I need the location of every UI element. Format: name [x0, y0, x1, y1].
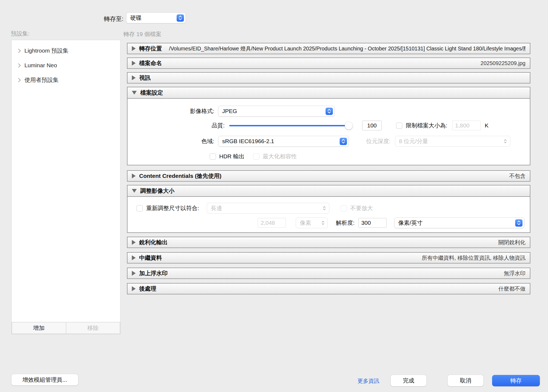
section-title: 轉存位置 — [139, 45, 162, 52]
section-value: 關閉銳利化 — [498, 239, 525, 246]
section-title: 檔案命名 — [139, 59, 162, 67]
disclosure-triangle-icon[interactable] — [132, 271, 136, 276]
quality-slider[interactable] — [229, 121, 353, 130]
section-file-naming[interactable]: 檔案命名 202509225209.jpg — [127, 57, 530, 69]
section-title: 視訊 — [139, 74, 151, 82]
color-space-value: sRGB IEC61966-2.1 — [222, 138, 340, 144]
chevron-up-icon — [321, 221, 324, 223]
section-file-settings: 檔案設定 影像格式: JPEG 品質: 限制檔案大小為: K — [127, 87, 530, 165]
chevron-right-icon[interactable] — [17, 49, 21, 53]
quality-value-input[interactable] — [362, 121, 382, 130]
chevron-up-icon — [323, 206, 326, 208]
bit-depth-label: 位元深度: — [366, 137, 391, 145]
disclosure-triangle-icon[interactable] — [132, 286, 136, 291]
limit-file-size-input — [452, 121, 481, 130]
chevron-down-icon — [342, 142, 345, 144]
export-location-path: /Volumes/EID_Share/Harlowe 燈具/New Produc… — [169, 45, 525, 52]
chevron-right-icon[interactable] — [17, 78, 21, 82]
section-video[interactable]: 視訊 — [127, 72, 530, 83]
disclosure-triangle-icon[interactable] — [132, 189, 137, 193]
resize-to-fit-checkbox[interactable] — [136, 205, 143, 211]
chevron-up-icon — [517, 220, 521, 223]
preset-item-label: 使用者預設集 — [24, 76, 59, 84]
add-preset-button[interactable]: 增加 — [12, 322, 66, 334]
preset-item-label: Luminar Neo — [24, 62, 57, 69]
dont-enlarge-label: 不要放大 — [350, 204, 373, 212]
disclosure-triangle-icon[interactable] — [132, 255, 136, 260]
preset-item-user-presets[interactable]: 使用者預設集 — [12, 73, 120, 87]
section-image-sizing-header[interactable]: 調整影像大小 — [128, 185, 530, 197]
export-destination-select[interactable]: 硬碟 — [126, 12, 186, 23]
stepper-icon — [321, 221, 325, 225]
section-title: 檔案設定 — [140, 89, 163, 97]
section-value: 什麼都不做 — [498, 285, 525, 293]
chevron-down-icon — [504, 142, 507, 143]
chevron-up-icon — [327, 109, 331, 111]
section-watermarking[interactable]: 加上浮水印 無浮水印 — [127, 268, 530, 279]
slider-thumb[interactable] — [345, 122, 353, 130]
stepper-icon — [504, 139, 507, 143]
maximize-compatibility-checkbox — [253, 153, 259, 160]
section-title: 調整影像大小 — [140, 187, 174, 195]
chevron-right-icon[interactable] — [17, 63, 21, 68]
disclosure-triangle-icon[interactable] — [132, 91, 137, 95]
preset-item-lightroom[interactable]: Lightroom 預設集 — [12, 43, 120, 58]
hdr-output-checkbox[interactable] — [210, 153, 216, 160]
bit-depth-value: 8 位元/分量 — [399, 137, 504, 145]
presets-button-row: 增加 移除 — [12, 322, 120, 334]
resize-fit-select: 長邊 — [207, 203, 329, 214]
dimension-unit-value: 像素 — [300, 219, 321, 227]
color-space-select[interactable]: sRGB IEC61966-2.1 — [218, 136, 349, 147]
dimension-input — [258, 218, 286, 228]
cancel-button[interactable]: 取消 — [448, 375, 483, 386]
section-file-settings-header[interactable]: 檔案設定 — [128, 87, 530, 99]
presets-list: Lightroom 預設集 Luminar Neo 使用者預設集 — [12, 40, 120, 322]
chevron-down-icon — [327, 111, 331, 114]
preset-item-luminar-neo[interactable]: Luminar Neo — [12, 58, 120, 73]
quality-label: 品質: — [128, 122, 225, 129]
section-title: 後處理 — [139, 285, 156, 293]
limit-file-size-unit: K — [485, 122, 489, 129]
section-content-credentials[interactable]: Content Credentials (搶先使用) 不包含 — [127, 170, 530, 182]
section-title: 加上浮水印 — [139, 269, 168, 277]
disclosure-triangle-icon[interactable] — [132, 173, 136, 178]
disclosure-triangle-icon[interactable] — [132, 46, 136, 51]
resolution-unit-value: 像素/英寸 — [398, 219, 515, 227]
chevron-down-icon — [323, 208, 326, 210]
section-output-sharpening[interactable]: 銳利化輸出 關閉銳利化 — [127, 237, 530, 248]
disclosure-triangle-icon[interactable] — [132, 240, 136, 245]
section-title: 銳利化輸出 — [139, 239, 168, 246]
dimension-unit-select: 像素 — [296, 217, 328, 228]
limit-file-size-checkbox[interactable] — [396, 123, 402, 129]
section-image-sizing: 調整影像大小 重新調整尺寸以符合: 長邊 不要放大 像素 — [127, 185, 530, 233]
dont-enlarge-checkbox — [341, 205, 347, 211]
resolution-unit-select[interactable]: 像素/英寸 — [394, 217, 524, 228]
more-info-link[interactable]: 更多資訊 — [358, 377, 379, 385]
section-title: Content Credentials (搶先使用) — [139, 172, 221, 180]
chevron-down-icon — [321, 223, 324, 225]
section-post-processing[interactable]: 後處理 什麼都不做 — [127, 283, 530, 294]
export-destination-value: 硬碟 — [130, 14, 177, 22]
section-value: 所有中繼資料, 移除位置資訊, 移除人物資訊 — [422, 254, 525, 262]
export-button[interactable]: 轉存 — [492, 375, 540, 386]
stepper-icon — [323, 206, 326, 210]
resolution-label: 解析度: — [336, 219, 355, 227]
done-button[interactable]: 完成 — [391, 375, 426, 386]
plugin-manager-button[interactable]: 增效模組管理員... — [11, 374, 78, 385]
stepper-icon — [340, 138, 347, 145]
chevron-up-icon — [504, 139, 507, 141]
resize-fit-value: 長邊 — [211, 204, 323, 212]
limit-file-size-label: 限制檔案大小為: — [406, 122, 447, 129]
slider-track — [229, 125, 352, 126]
disclosure-triangle-icon[interactable] — [132, 75, 136, 80]
hdr-output-label: HDR 輸出 — [219, 153, 244, 160]
section-value: 不包含 — [509, 172, 525, 180]
maximize-compatibility-label: 最大化相容性 — [263, 153, 297, 160]
image-format-select[interactable]: JPEG — [218, 106, 335, 117]
disclosure-triangle-icon[interactable] — [132, 61, 136, 66]
stepper-icon — [515, 219, 522, 227]
resolution-input[interactable] — [358, 218, 387, 228]
section-metadata[interactable]: 中繼資料 所有中繼資料, 移除位置資訊, 移除人物資訊 — [127, 252, 530, 264]
presets-panel: Lightroom 預設集 Luminar Neo 使用者預設集 增加 移除 — [11, 40, 120, 334]
section-export-location[interactable]: 轉存位置 /Volumes/EID_Share/Harlowe 燈具/New P… — [127, 43, 530, 54]
